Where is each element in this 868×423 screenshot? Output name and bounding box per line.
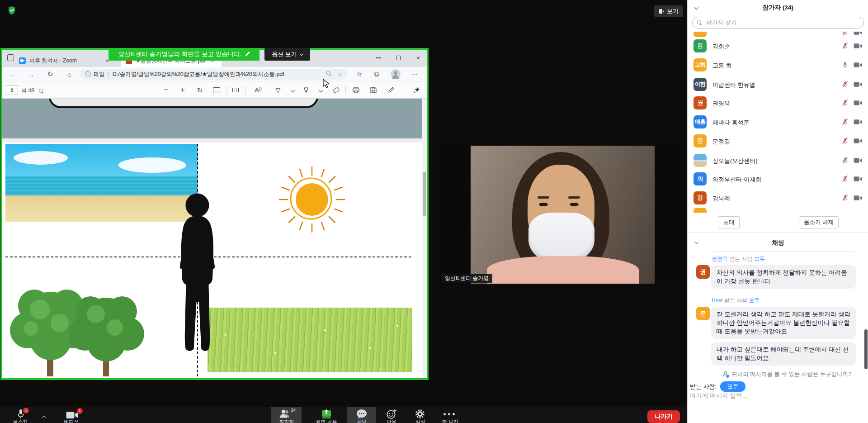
unmute-all-button[interactable]: 음소거 해제 [799,216,839,228]
camera-off-icon [854,43,862,49]
chat-recipient[interactable]: 모두 [749,297,760,304]
mic-on-icon [841,61,849,69]
fit-width-icon[interactable]: ↔ [210,81,223,99]
pin-toolbar-icon[interactable] [410,81,423,99]
person-eyebrow [568,196,580,199]
mic-muted-icon [841,81,849,88]
participants-count-badge: 34 [291,408,296,413]
table-row[interactable]: 정오늘(오산센터) [688,151,868,170]
read-aloud-icon[interactable]: A)) [252,81,264,99]
chat-recipient[interactable]: 모두 [754,256,765,262]
video-button-label: 비디오 [58,418,85,423]
table-row[interactable] [688,208,868,213]
participant-search-input[interactable]: 참가자 찾기 [692,17,864,29]
draw-icon[interactable]: ▽ [272,81,284,99]
draw-dropdown-icon[interactable] [288,81,297,99]
chat-recipient-selector[interactable]: 모두 [720,381,745,392]
document-scrollbar-track[interactable] [422,99,427,376]
mic-options-chevron-icon[interactable] [42,413,46,421]
meeting-toolbar: ! 음소거 ! 비디오 34 참가자 [0,407,687,423]
highlight-icon[interactable] [300,81,312,99]
zoom-out-page-icon[interactable] [326,71,331,77]
person-eye [570,203,579,206]
mic-muted-icon [841,42,849,50]
address-field[interactable]: ⓘ 파일 | D:/송가영/발달%20강의%20참고용/★발달장애인과%20의사… [80,69,347,80]
window-close-button[interactable]: × [409,50,427,66]
view-options-button[interactable]: 옵션 보기 [264,48,310,61]
chat-message-bubble: 자신의 의사를 정확하게 전달하지 못하는 어려움이 가장 클듯 합니다 [711,265,856,289]
profile-avatar[interactable] [391,69,401,79]
chat-message-bubble: 잘 모를거라 생각 하고 말도 제대로 못할거라 생각 하니깐 안믿어주는거같아… [711,307,856,339]
table-row[interactable]: 강 강북례 [688,189,868,208]
pdf-toolbar: 8 의 48 − + ↻ ↔ A)) ▽ [2,81,427,99]
chat-message-input[interactable]: 여기에 메시지 입력... [690,392,747,400]
page-view-icon[interactable] [230,81,241,99]
pdf-page-input[interactable]: 8 [6,85,18,95]
invite-button[interactable]: 초대 [718,216,740,228]
speaker-video[interactable] [471,146,655,284]
pdf-search-icon[interactable] [39,87,44,95]
mic-muted-icon [841,99,849,107]
participants-title: 참가자 (34) [688,4,868,12]
view-options-label: 옵션 보기 [272,50,297,58]
view-button[interactable]: 보기 [654,5,683,17]
avatar: 강 [693,191,707,204]
zoom-out-icon[interactable]: − [160,81,172,99]
address-url: D:/송가영/발달%20강의%20참고용/★발달장애인과%20의사소통.pdf [113,71,284,78]
save-icon[interactable] [368,81,379,99]
participant-name: 고동 최 [712,62,732,70]
mic-alert-badge: ! [23,408,29,413]
leave-button[interactable]: 나가기 [647,410,680,423]
grass-illustration [208,308,412,372]
browser-menu-icon[interactable]: ⋯ [408,67,421,81]
mic-muted-icon [841,157,849,164]
side-panel: 참가자 (34) 참가자 찾기 김 김희순 고최 고동 최 [687,0,868,423]
window-maximize-button[interactable] [389,50,408,66]
table-row[interactable]: 아한 아람센터 한유열 [688,75,868,94]
avatar: 문 [693,134,707,147]
chat-scrollbar-thumb[interactable] [864,329,868,369]
table-row[interactable]: 에홍 에바다 홍석준 [688,113,868,132]
collections-icon[interactable]: ⧉ [370,67,383,81]
pdf-page-total: 의 48 [21,87,34,95]
favorites-bar-icon[interactable]: ☆ [353,67,366,81]
edit-icon[interactable] [385,81,397,99]
document-scrollbar-thumb[interactable] [423,172,426,216]
meeting-stage: 보기 이후 참석자 - Zoom × ★발달장애인과 의사소통.pdf × + … [0,0,687,423]
window-minimize-button[interactable] [369,50,388,66]
avatar: 문 [696,307,710,320]
zoom-favicon [19,57,26,64]
person-silhouette [166,191,227,355]
eraser-icon[interactable] [330,81,342,99]
table-row[interactable]: 권 권영욱 [688,94,868,113]
info-icon[interactable]: ⓘ [85,71,91,78]
print-icon[interactable] [350,81,362,99]
person-sweater [487,256,639,284]
chat-message-header: 권영욱 받는 사람 모두 [712,255,765,263]
refresh-icon[interactable]: ↻ [43,67,57,81]
participant-name: 의정부센터-이재희 [712,176,761,184]
rotate-icon[interactable]: ↻ [194,81,206,99]
person-eyebrow [538,196,549,199]
mic-muted-icon [841,137,849,145]
avatar: 권 [696,265,710,279]
zoom-in-icon[interactable]: + [177,81,189,99]
avatar: 아한 [693,78,707,91]
person-eye [539,203,548,206]
camera-off-icon [854,81,862,87]
chat-privacy-text: 귀하의 메시지를 볼 수 있는 사람은 누구입니까? [731,371,851,378]
back-icon[interactable]: ← [5,67,19,81]
home-icon[interactable]: ⌂ [62,67,76,81]
participant-name: 강북례 [712,195,730,203]
chat-bubble-icon [356,409,367,419]
table-row[interactable]: 김 김희순 [688,37,868,56]
tab-search-icon[interactable] [7,54,14,61]
table-row[interactable]: 고최 고동 최 [688,56,868,75]
tree-illustration [63,287,149,376]
tab-zoom[interactable]: 이후 참석자 - Zoom × [19,54,120,67]
favorites-star-icon[interactable]: ☆ [338,71,343,78]
forward-icon[interactable]: → [24,67,38,81]
table-row[interactable]: 의 의정부센터-이재희 [688,170,868,189]
participants-list[interactable]: 김 김희순 고최 고동 최 아한 아람센터 한유열 권 권 [688,32,868,213]
table-row[interactable]: 문 문정길 [688,132,868,151]
